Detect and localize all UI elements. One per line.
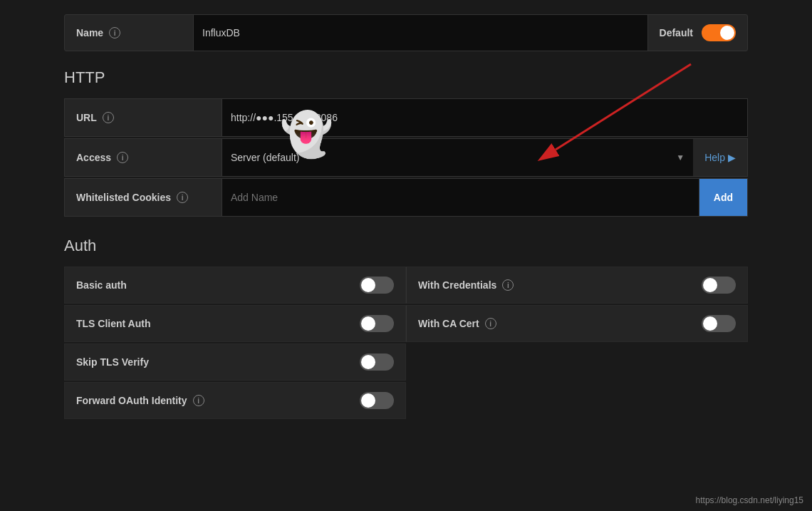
forward-oauth-toggle[interactable] [360,392,394,409]
with-credentials-label: With Credentials i [418,279,514,291]
with-ca-cert-toggle[interactable] [702,315,736,332]
name-value-text: InfluxDB [202,27,240,38]
default-label: Default [660,27,693,38]
tls-client-auth-toggle-track [360,315,394,332]
add-name-input-wrap [222,179,699,216]
access-select-value: Server (default) [231,152,299,163]
url-label: URL i [65,112,222,123]
auth-col-right: With Credentials i With CA Cert i [406,267,748,420]
skip-tls-verify-toggle-track [360,353,394,371]
default-toggle-thumb [720,26,734,40]
with-credentials-toggle-track [702,277,736,294]
name-row: Name i InfluxDB Default [64,14,748,51]
add-button[interactable]: Add [699,179,747,216]
with-ca-cert-row: With CA Cert i [406,305,748,342]
default-toggle-track [702,24,736,41]
tls-client-auth-toggle-thumb [361,316,375,331]
access-select[interactable]: Server (default) ▼ [222,139,693,176]
name-value: InfluxDB [193,15,648,51]
with-credentials-toggle[interactable] [702,277,736,294]
help-chevron-icon: ▶ [728,152,736,163]
skip-tls-verify-toggle[interactable] [360,353,394,371]
tls-client-auth-toggle[interactable] [360,315,394,332]
url-input[interactable] [231,112,739,123]
access-info-icon: i [117,152,128,163]
with-ca-cert-toggle-track [702,315,736,332]
footer-url: https://blog.csdn.net/liying15 [696,495,803,505]
auth-col-left: Basic auth TLS Client Auth [64,267,406,420]
with-ca-cert-label: With CA Cert i [418,318,496,329]
tls-client-auth-row: TLS Client Auth [64,305,406,342]
access-row: Access i Server (default) ▼ Help ▶ [64,138,748,177]
with-credentials-label-text: With Credentials [418,279,496,291]
help-label: Help [704,152,725,163]
with-credentials-row: With Credentials i [406,267,748,304]
url-label-text: URL [76,112,97,123]
name-info-icon: i [109,27,120,38]
name-label: Name i [65,27,193,38]
whitelisted-cookies-row: Whitelisted Cookies i Add [64,178,748,217]
skip-tls-verify-label: Skip TLS Verify [76,356,149,368]
auth-section: Auth Basic auth TLS Client Auth [64,237,748,420]
forward-oauth-row: Forward OAuth Identity i [64,382,406,419]
with-ca-cert-label-text: With CA Cert [418,318,479,329]
with-credentials-toggle-thumb [703,278,717,292]
skip-tls-verify-toggle-thumb [361,355,375,369]
basic-auth-toggle-thumb [361,278,375,292]
whitelisted-cookies-info-icon: i [177,192,188,203]
tls-client-auth-label: TLS Client Auth [76,318,150,329]
whitelisted-cookies-label-text: Whitelisted Cookies [76,192,171,203]
basic-auth-row: Basic auth [64,267,406,304]
with-ca-cert-info-icon: i [485,318,496,329]
forward-oauth-info-icon: i [193,395,204,406]
basic-auth-label: Basic auth [76,279,127,291]
with-credentials-info-icon: i [502,279,514,291]
help-button[interactable]: Help ▶ [693,152,747,163]
default-section: Default [648,24,747,41]
url-info-icon: i [103,112,114,123]
default-toggle[interactable] [702,24,736,41]
add-name-input[interactable] [222,192,699,203]
http-section-title: HTTP [64,68,748,87]
with-ca-cert-toggle-thumb [703,316,717,331]
url-row: URL i [64,98,748,137]
forward-oauth-toggle-track [360,392,394,409]
auth-grid: Basic auth TLS Client Auth [64,267,748,420]
auth-section-title: Auth [64,237,748,255]
whitelisted-cookies-label: Whitelisted Cookies i [65,192,222,203]
access-label-text: Access [76,152,111,163]
skip-tls-verify-row: Skip TLS Verify [64,344,406,381]
url-value[interactable] [222,99,747,136]
forward-oauth-label: Forward OAuth Identity i [76,395,204,406]
access-label: Access i [65,152,222,163]
basic-auth-toggle-track [360,277,394,294]
forward-oauth-label-text: Forward OAuth Identity [76,395,187,406]
basic-auth-toggle[interactable] [360,277,394,294]
forward-oauth-toggle-thumb [361,393,375,408]
name-label-text: Name [76,27,103,38]
access-chevron-icon: ▼ [676,153,685,162]
